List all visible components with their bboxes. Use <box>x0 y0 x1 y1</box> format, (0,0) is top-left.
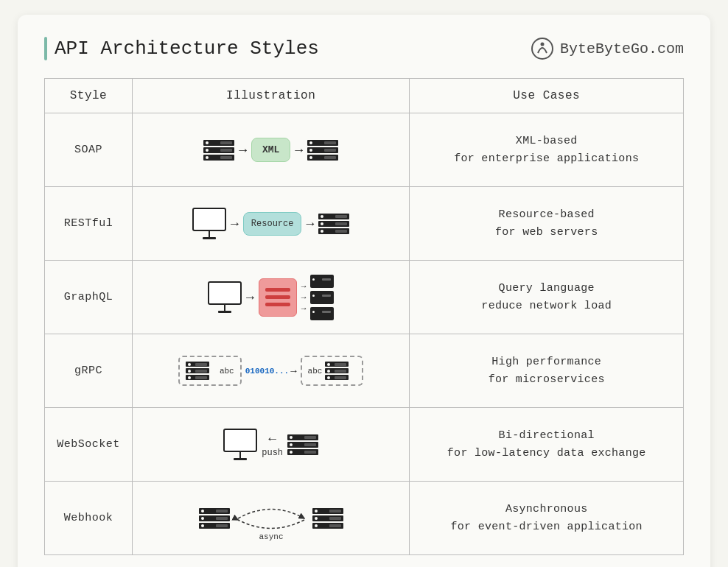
arrow-right-icon: → <box>239 143 247 158</box>
push-label: push <box>262 448 283 458</box>
use-case-soap: XML-based for enterprise applications <box>410 113 684 187</box>
use-case-websocket: Bi-directional for low-latency data exch… <box>410 408 684 482</box>
server-icon <box>325 362 356 380</box>
server-icon <box>199 508 230 529</box>
server-icon <box>186 362 217 380</box>
monitor-icon <box>208 281 242 313</box>
xml-box: XML <box>251 138 290 162</box>
illus-soap: → XML → <box>132 113 409 187</box>
binary-label: 010010... <box>245 367 289 376</box>
arrow-right-icon: → <box>306 216 314 231</box>
server-icon <box>312 508 343 529</box>
table-row: gRPC <box>45 334 684 408</box>
table-row: RESTful → Resource → <box>45 187 684 261</box>
server-icon <box>287 434 318 455</box>
binary-arrow: 010010... → <box>245 365 297 377</box>
table-row: SOAP → XML <box>45 113 684 187</box>
webhook-diagram: async <box>199 496 343 540</box>
header: API Architecture Styles ByteByteGo.com <box>44 37 684 60</box>
server-icon <box>203 140 234 161</box>
brand-icon <box>531 37 554 60</box>
arrow-right-icon: → <box>290 365 296 377</box>
title-section: API Architecture Styles <box>44 37 319 60</box>
illus-graphql: → → → → <box>132 261 409 334</box>
page-title: API Architecture Styles <box>55 38 319 60</box>
server-icon <box>307 140 338 161</box>
table-row: GraphQL → <box>45 261 684 334</box>
monitor-icon <box>192 208 226 239</box>
illus-restful: → Resource → <box>132 187 409 261</box>
use-case-graphql: Query language reduce network load <box>410 261 684 334</box>
server-icon <box>318 214 349 234</box>
multi-server-icon <box>310 275 334 320</box>
multi-arrow-icon: → → → <box>301 282 307 313</box>
grpc-server-box: abc <box>301 356 364 386</box>
brand-section: ByteByteGo.com <box>531 37 684 60</box>
title-accent-bar <box>44 37 47 60</box>
abc-label: abc <box>308 367 323 376</box>
api-styles-table: Style Illustration Use Cases SOAP <box>44 78 684 555</box>
col-style: Style <box>45 79 133 113</box>
arrow-left-icon: ← <box>268 432 276 446</box>
style-webhook: Webhook <box>45 482 133 555</box>
arrow-right-icon: → <box>246 290 254 305</box>
illus-grpc: abc 010010... → abc <box>132 334 409 408</box>
table-row: WebSocket ← push <box>45 408 684 482</box>
style-restful: RESTful <box>45 187 133 261</box>
col-illustration: Illustration <box>132 79 409 113</box>
style-graphql: GraphQL <box>45 261 133 334</box>
use-case-grpc: High performance for microservices <box>410 334 684 408</box>
style-soap: SOAP <box>45 113 133 187</box>
col-use-cases: Use Cases <box>410 79 684 113</box>
abc-label: abc <box>220 367 234 376</box>
grpc-diagram: abc 010010... → abc <box>178 356 363 386</box>
svg-point-1 <box>540 43 544 46</box>
illus-websocket: ← push <box>132 408 409 482</box>
style-grpc: gRPC <box>45 334 133 408</box>
brand-name: ByteByteGo.com <box>560 40 684 57</box>
use-case-restful: Resource-based for web servers <box>410 187 684 261</box>
illus-webhook: async <box>132 482 409 555</box>
resource-box: Resource <box>243 212 302 236</box>
arrow-right-icon: → <box>231 216 239 231</box>
grpc-client-box: abc <box>178 356 242 386</box>
monitor-icon <box>223 429 257 460</box>
use-case-webhook: Asynchronous for event-driven applicatio… <box>410 482 684 555</box>
table-header-row: Style Illustration Use Cases <box>45 79 684 113</box>
main-card: API Architecture Styles ByteByteGo.com S… <box>18 15 710 567</box>
svg-text:async: async <box>259 532 283 541</box>
graphql-doc-icon <box>259 278 297 317</box>
table-row: Webhook <box>45 482 684 555</box>
style-websocket: WebSocket <box>45 408 133 482</box>
webhook-arrows-icon: async <box>234 496 308 540</box>
arrow-right-icon: → <box>295 143 303 158</box>
push-arrow: ← push <box>262 432 283 458</box>
